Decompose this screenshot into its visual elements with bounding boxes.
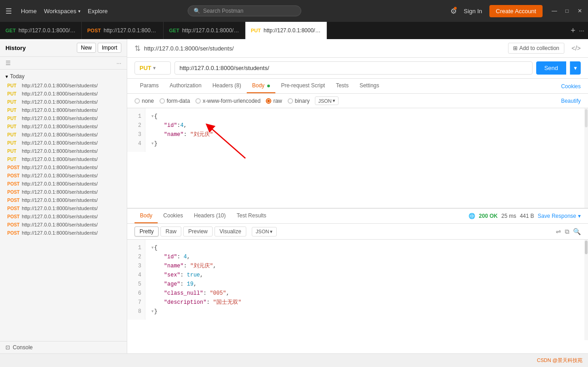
url-input[interactable]: [174, 61, 533, 75]
method-tag: PUT: [7, 116, 22, 121]
nav-workspaces[interactable]: Workspaces ▾: [44, 8, 80, 15]
tab-authorization[interactable]: Authorization: [164, 79, 207, 93]
sign-in-button[interactable]: Sign In: [460, 6, 486, 16]
list-item[interactable]: POSThttp://127.0.0.1:8000/ser/students/: [0, 171, 127, 180]
close-button[interactable]: ✕: [575, 8, 584, 14]
tab-tests[interactable]: Tests: [330, 79, 354, 93]
search-bar[interactable]: 🔍 Search Postman: [188, 5, 301, 16]
item-url: http://127.0.0.1:8000/ser/students/: [22, 99, 98, 105]
request-panel: ⇅ http://127.0.0.1:8000/ser/students/ ⊞ …: [127, 39, 588, 353]
body-option-raw[interactable]: raw: [266, 98, 282, 104]
list-item[interactable]: POSThttp://127.0.0.1:8000/ser/students/: [0, 204, 127, 212]
json-format-select[interactable]: JSON ▾: [315, 96, 338, 105]
maximize-button[interactable]: □: [563, 8, 572, 14]
list-item[interactable]: PUThttp://127.0.0.1:8000/ser/students/: [0, 122, 127, 131]
list-item[interactable]: PUThttp://127.0.0.1:8000/ser/students/: [0, 106, 127, 114]
resp-line-3: "name": "刘元庆",: [151, 261, 583, 271]
list-item[interactable]: PUThttp://127.0.0.1:8000/ser/students/: [0, 90, 127, 98]
list-item[interactable]: PUThttp://127.0.0.1:8000/ser/students/: [0, 147, 127, 155]
tab-post-1[interactable]: POST http://127.0.0.1:8000/ser/: [82, 22, 164, 39]
send-button[interactable]: Send: [536, 61, 566, 75]
add-to-collection-button[interactable]: ⊞ Add to collection: [508, 43, 564, 54]
list-item[interactable]: POSThttp://127.0.0.1:8000/ser/students/: [0, 229, 127, 237]
item-url: http://127.0.0.1:8000/ser/students/: [22, 116, 98, 121]
save-response-button[interactable]: Save Response ▾: [538, 213, 581, 219]
list-item[interactable]: POSThttp://127.0.0.1:8000/ser/students/: [0, 196, 127, 204]
item-url: http://127.0.0.1:8000/ser/students/: [22, 206, 98, 211]
add-tab-button[interactable]: +: [571, 26, 576, 35]
list-item[interactable]: POSThttp://127.0.0.1:8000/ser/students/: [0, 163, 127, 171]
item-url: http://127.0.0.1:8000/ser/students/: [22, 197, 98, 203]
method-select[interactable]: PUT ▾: [135, 61, 171, 75]
minimize-button[interactable]: —: [550, 8, 559, 14]
response-status: 🌐 200 OK 25 ms 441 B Save Response ▾: [468, 213, 581, 219]
tab-headers[interactable]: Headers (8): [207, 79, 246, 93]
format-visualize-button[interactable]: Visualize: [214, 226, 246, 236]
cookies-link[interactable]: Cookies: [561, 83, 581, 90]
tab-get-2[interactable]: GET http://127.0.0.1:8000/ser/: [164, 22, 245, 39]
menu-icon[interactable]: ☰: [4, 5, 14, 17]
nav-home[interactable]: Home: [17, 6, 40, 16]
sidebar-more-icon[interactable]: ···: [116, 60, 121, 66]
format-raw-button[interactable]: Raw: [160, 226, 181, 236]
list-item[interactable]: PUThttp://127.0.0.1:8000/ser/students/: [0, 155, 127, 163]
body-option-binary[interactable]: binary: [288, 98, 310, 104]
code-text: ▾{ "id":4, "name": "刘元庆" ▾}: [145, 108, 588, 152]
history-section-header[interactable]: ▾ Today: [0, 71, 127, 81]
body-option-formdata[interactable]: form-data: [159, 98, 190, 104]
format-pretty-button[interactable]: Pretty: [135, 226, 159, 236]
format-preview-button[interactable]: Preview: [183, 226, 213, 236]
method-tag: POST: [7, 206, 22, 211]
code-button[interactable]: </>: [572, 45, 581, 52]
tab-prerequest[interactable]: Pre-request Script: [275, 79, 330, 93]
tab-get-1[interactable]: GET http://127.0.0.1:8000/ser/: [0, 22, 82, 39]
tab-settings[interactable]: Settings: [354, 79, 384, 93]
code-line-4: ▾}: [151, 139, 583, 148]
send-dropdown-button[interactable]: ▾: [570, 61, 581, 75]
code-content: 1 2 3 4 ▾{ "id":4, "name": "刘元庆" ▾}: [127, 108, 588, 152]
tab-more-button[interactable]: ···: [579, 27, 584, 34]
nav-right: ⚙ Sign In Create Account — □ ✕: [450, 5, 584, 17]
response-line-numbers: 1 2 3 4 5 6 7 8: [127, 240, 145, 320]
radio-none: [135, 98, 140, 104]
resp-tab-testresults[interactable]: Test Results: [231, 209, 272, 223]
tab-method-put: PUT: [251, 28, 261, 33]
beautify-button[interactable]: Beautify: [561, 98, 581, 104]
resp-tab-headers[interactable]: Headers (10): [189, 209, 231, 223]
response-body-content[interactable]: 1 2 3 4 5 6 7 8 ▾{ "id": 4, "name": "刘元庆…: [127, 240, 588, 340]
tab-body[interactable]: Body: [247, 79, 276, 93]
response-scrollbar[interactable]: [584, 240, 588, 340]
code-line-3: "name": "刘元庆": [151, 130, 583, 139]
import-button[interactable]: Import: [98, 43, 121, 53]
list-item[interactable]: PUThttp://127.0.0.1:8000/ser/students/: [0, 139, 127, 147]
console-label[interactable]: Console: [13, 344, 33, 351]
copy-icon[interactable]: ⧉: [565, 228, 569, 236]
word-wrap-icon[interactable]: ⇌: [556, 228, 561, 235]
resp-tab-body[interactable]: Body: [135, 209, 158, 223]
list-item[interactable]: PUThttp://127.0.0.1:8000/ser/students/: [0, 114, 127, 122]
method-tag: PUT: [7, 124, 22, 129]
tab-put-active[interactable]: PUT http://127.0.0.1:8000/ser/: [245, 22, 327, 39]
list-item[interactable]: PUThttp://127.0.0.1:8000/ser/students/: [0, 98, 127, 106]
list-item[interactable]: POSThttp://127.0.0.1:8000/ser/students/: [0, 212, 127, 221]
editor-scrollbar[interactable]: [584, 108, 588, 208]
create-account-button[interactable]: Create Account: [489, 5, 543, 17]
resp-tab-cookies[interactable]: Cookies: [158, 209, 188, 223]
search-response-icon[interactable]: 🔍: [573, 228, 581, 235]
new-button[interactable]: New: [77, 43, 96, 53]
settings-icon[interactable]: ⚙: [450, 7, 457, 15]
list-item[interactable]: POSThttp://127.0.0.1:8000/ser/students/: [0, 188, 127, 196]
list-item[interactable]: POSThttp://127.0.0.1:8000/ser/students/: [0, 180, 127, 188]
response-json-select[interactable]: JSON ▾: [252, 227, 277, 236]
sidebar-header: History New Import: [0, 39, 127, 57]
nav-explore[interactable]: Explore: [84, 6, 111, 16]
request-body-editor[interactable]: 1 2 3 4 ▾{ "id":4, "name": "刘元庆" ▾}: [127, 108, 588, 208]
list-item[interactable]: PUThttp://127.0.0.1:8000/ser/students/: [0, 131, 127, 139]
list-item[interactable]: POSThttp://127.0.0.1:8000/ser/students/: [0, 221, 127, 229]
method-tag: PUT: [7, 83, 22, 88]
tab-params[interactable]: Params: [135, 79, 164, 93]
response-scrollbar-thumb: [585, 241, 588, 254]
list-item[interactable]: PUThttp://127.0.0.1:8000/ser/students/: [0, 81, 127, 90]
body-option-none[interactable]: none: [135, 98, 154, 104]
body-option-urlencoded[interactable]: x-www-form-urlencoded: [195, 98, 260, 104]
